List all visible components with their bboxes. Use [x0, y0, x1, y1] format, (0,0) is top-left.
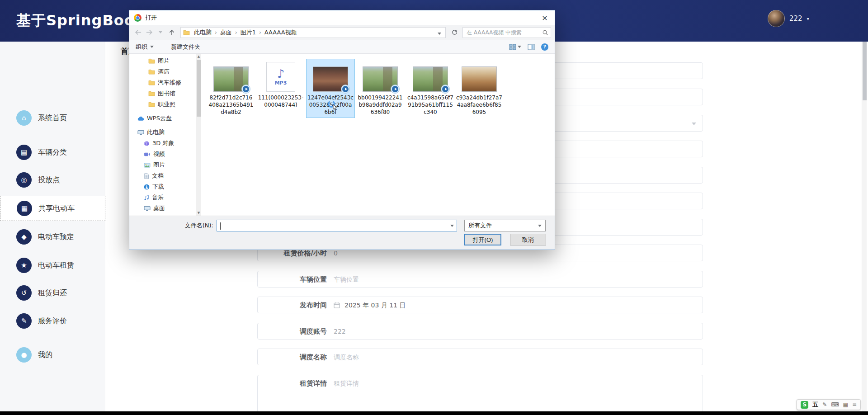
location-icon: ◎ [16, 172, 32, 188]
breadcrumb-segment[interactable]: 图片1 [237, 28, 259, 37]
breadcrumb-segment[interactable]: AAAAA视频 [261, 28, 300, 37]
form-label: 调度账号 [258, 323, 327, 340]
tree-item-label: 图片 [153, 161, 165, 169]
home-icon: ⌂ [16, 110, 32, 126]
tree-item[interactable]: 桌面 [132, 203, 195, 214]
new-folder-button[interactable]: 新建文件夹 [171, 43, 200, 51]
tree-item[interactable]: WPS云盘 [132, 113, 195, 124]
dialog-footer: 文件名(N): 所有文件 打开(O) 取消 [129, 216, 555, 250]
tree-item[interactable]: 图书馆 [132, 88, 195, 99]
chrome-icon [134, 14, 142, 22]
scroll-down-icon[interactable]: ▼ [196, 210, 201, 216]
form-row-location[interactable]: 车辆位置车辆位置 [257, 271, 703, 288]
vehicle-category-icon: ▤ [16, 145, 32, 160]
search-input[interactable] [463, 28, 551, 38]
tree-scrollbar[interactable]: ▲ ▼ [196, 54, 201, 216]
tree-item[interactable]: 职业照 [132, 99, 195, 110]
file-item[interactable]: 1247e04ef2543c0053285c2f00a6b6f [307, 59, 354, 118]
text-caret [220, 222, 221, 230]
sidebar-item-label: 租赁归还 [38, 288, 67, 298]
tree-item[interactable]: 文档 [132, 170, 195, 181]
ime-logo-icon[interactable]: S [801, 401, 808, 409]
sidebar-item-shared-ebike[interactable]: ▦共享电动车 [0, 196, 105, 221]
file-item[interactable]: c93a24db1f27a74aa8faee6b6f856095 [455, 59, 503, 118]
file-item[interactable]: bb00199422241b98a9ddfd02a9636f80 [356, 59, 404, 118]
filename-input[interactable] [217, 220, 448, 231]
form-row-rental-detail[interactable]: 租赁详情租赁详情 [257, 375, 703, 411]
forward-icon[interactable] [144, 28, 154, 38]
ime-menu-icon[interactable]: ≡ [852, 402, 857, 407]
form-row-dispatch-name[interactable]: 调度名称调度名称 [257, 349, 703, 365]
form-row-publish-time[interactable]: 发布时间2025 年 03 月 11 日 [257, 297, 703, 313]
page-scrollbar-thumb[interactable] [863, 42, 867, 100]
user-menu[interactable]: 222 ▾ [768, 10, 809, 27]
chevron-down-icon[interactable] [436, 28, 443, 37]
dialog-navbar: 此电脑›桌面›图片1›AAAAA视频 [129, 25, 555, 40]
sidebar-item-label: 共享电动车 [38, 204, 75, 213]
ime-grid-icon[interactable]: ▦ [843, 402, 848, 407]
refresh-icon[interactable] [449, 28, 459, 38]
ime-mode-wubi[interactable]: 五 [812, 401, 818, 409]
file-open-dialog: 打开 × 此电脑›桌面›图片1›AAAAA视频 组织 新建文件夹 ? 图片酒店汽… [129, 10, 555, 250]
tree-item[interactable]: 图片 [132, 160, 195, 170]
combo-chevron-icon[interactable] [448, 220, 457, 231]
open-button[interactable]: 打开(O) [464, 234, 501, 245]
breadcrumb-segment[interactable]: 桌面 [217, 28, 235, 37]
sidebar-item-label: 电动车预定 [38, 232, 74, 242]
tree-item[interactable]: 视频 [132, 149, 195, 160]
filetype-select[interactable]: 所有文件 [464, 220, 546, 231]
file-name: bb00199422241b98a9ddfd02a9636f80 [357, 94, 403, 116]
tree-item[interactable]: 汽车维修 [132, 77, 195, 88]
file-item[interactable]: 82f2d71d2c716408a21365b491d4a8b2 [207, 59, 255, 118]
thumbnail-image [413, 66, 448, 92]
ime-pen-icon[interactable]: ✎ [822, 402, 827, 407]
tree-item-label: 此电脑 [147, 128, 165, 137]
tree-item-label: 汽车维修 [158, 79, 181, 87]
tree-item[interactable]: 此电脑 [132, 127, 195, 138]
tree-item[interactable]: 下载 [132, 181, 195, 192]
tree-item-label: 视频 [153, 150, 165, 158]
return-icon: ↺ [16, 285, 32, 301]
breadcrumb-segment[interactable]: 此电脑 [191, 28, 215, 37]
file-item[interactable]: ♪MP3111(000023253-000048744) [257, 59, 305, 110]
organize-button[interactable]: 组织 [136, 43, 154, 51]
sidebar-item-ebike-reserve[interactable]: ◆电动车预定 [0, 224, 105, 250]
back-icon[interactable] [133, 28, 143, 38]
tree-scrollbar-thumb[interactable] [197, 60, 201, 117]
cancel-button[interactable]: 取消 [510, 234, 546, 245]
avatar[interactable] [768, 10, 785, 27]
ime-toolbar: S 五 ✎ ⌨ ▦ ≡ [797, 399, 861, 410]
sidebar-item-mine[interactable]: ●我的 [0, 342, 105, 368]
help-icon[interactable]: ? [541, 43, 548, 51]
sidebar-item-rental-return[interactable]: ↺租赁归还 [0, 280, 105, 306]
preview-pane-icon[interactable] [528, 44, 535, 50]
tree-item[interactable]: 图片 [132, 56, 195, 66]
history-chevron-icon[interactable] [156, 28, 165, 38]
view-mode-icon[interactable] [509, 44, 521, 50]
tree-item[interactable]: 酒店 [132, 66, 195, 77]
up-icon[interactable] [167, 28, 177, 38]
search-box [462, 27, 551, 38]
username: 222 [789, 14, 802, 23]
sidebar-item-drop-point[interactable]: ◎投放点 [0, 167, 105, 193]
scroll-up-icon[interactable]: ▲ [196, 54, 201, 59]
sidebar-item-service-review[interactable]: ✎服务评价 [0, 308, 105, 334]
sidebar-item-vehicle-category[interactable]: ▤车辆分类 [0, 140, 105, 165]
file-item[interactable]: c4a31598a656f791b95a61bff115c340 [406, 59, 454, 118]
form-row-dispatch-account[interactable]: 调度账号222 [257, 323, 703, 340]
chevron-down-icon [150, 46, 154, 48]
folder-icon [148, 69, 155, 75]
chevron-down-icon [538, 225, 542, 227]
file-thumbnail [213, 61, 249, 92]
ime-keyboard-icon[interactable]: ⌨ [831, 402, 839, 407]
form-label: 调度名称 [258, 349, 327, 366]
close-icon[interactable]: × [535, 10, 555, 25]
tree-item[interactable]: 3D 对象 [132, 138, 195, 149]
music-icon [144, 195, 149, 201]
sidebar-item-home[interactable]: ⌂系统首页 [0, 105, 105, 131]
calendar-icon [334, 302, 340, 308]
sidebar-item-ebike-rental[interactable]: ★电动车租赁 [0, 253, 105, 278]
rental-icon: ★ [16, 258, 32, 273]
tree-item[interactable]: 音乐 [132, 192, 195, 203]
page-scrollbar[interactable] [862, 42, 867, 411]
